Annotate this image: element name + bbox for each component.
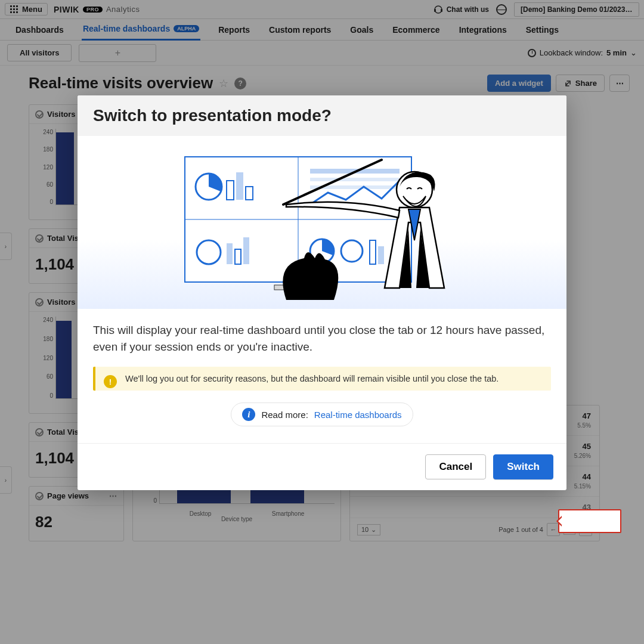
svg-rect-8 [236,172,243,200]
dialog-warning: ! We'll log you out for security reasons… [93,367,551,391]
modal-overlay: Switch to presentation mode? [0,0,644,644]
presentation-mode-dialog: Switch to presentation mode? [78,95,566,490]
svg-rect-14 [227,243,233,264]
dialog-text: This will display your real-time dashboa… [93,322,551,355]
svg-rect-16 [243,237,249,264]
read-more-pill[interactable]: i Read more: Real-time dashboards [231,402,413,426]
svg-rect-20 [378,246,384,264]
cancel-button[interactable]: Cancel [425,454,486,479]
read-more-label: Read more: [261,410,308,420]
dialog-title: Switch to presentation mode? [78,95,566,136]
warning-icon: ! [104,375,117,388]
svg-rect-11 [310,178,400,181]
switch-button[interactable]: Switch [493,454,553,479]
info-icon: i [242,408,255,421]
read-more-link[interactable]: Real-time dashboards [314,410,402,420]
dialog-illustration [78,136,566,309]
dialog-footer: Cancel Switch [78,443,566,490]
callout-arrow [558,509,621,533]
